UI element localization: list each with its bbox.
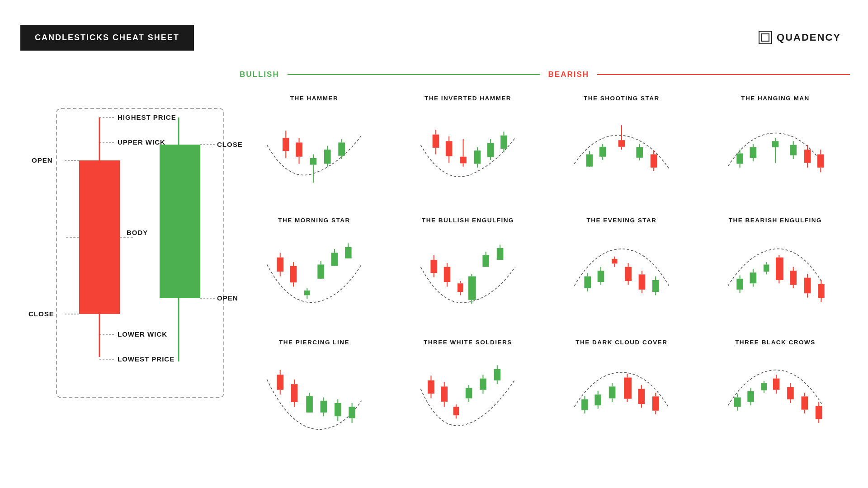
svg-rect-123 (482, 255, 489, 267)
bearish-label: BEARISH (548, 70, 590, 79)
svg-text:LOWER WICK: LOWER WICK (118, 330, 167, 338)
svg-rect-222 (734, 397, 741, 407)
svg-rect-162 (804, 278, 811, 293)
pattern-evening-star-svg (570, 229, 674, 324)
svg-rect-234 (787, 387, 794, 399)
svg-rect-45 (446, 141, 453, 156)
pattern-morning-star-svg (262, 229, 366, 324)
svg-text:LOWEST PRICE: LOWEST PRICE (118, 355, 175, 363)
svg-rect-135 (612, 259, 618, 263)
svg-rect-156 (776, 258, 783, 280)
svg-rect-102 (317, 264, 324, 278)
pattern-inverted-hammer-svg (416, 107, 520, 197)
bullish-label: BULLISH (240, 70, 279, 79)
svg-rect-227 (761, 383, 767, 390)
category-header: BULLISH BEARISH (240, 70, 850, 79)
svg-rect-60 (586, 155, 593, 167)
pattern-hanging-man-title: THE HANGING MAN (741, 95, 810, 102)
svg-rect-54 (487, 143, 494, 157)
pattern-three-black-crows-title: THREE BLACK CROWS (735, 339, 816, 346)
svg-rect-177 (321, 401, 327, 413)
svg-rect-191 (453, 407, 459, 415)
patterns-grid: THE HAMMER (240, 90, 850, 452)
svg-rect-90 (817, 155, 824, 168)
pattern-dark-cloud-cover: THE DARK CLOUD COVER (547, 334, 696, 452)
pattern-shooting-star-title: THE SHOOTING STAR (584, 95, 660, 102)
pattern-piercing-line-title: THE PIERCING LINE (279, 339, 349, 346)
pattern-morning-star: THE MORNING STAR (240, 212, 389, 330)
svg-rect-198 (480, 379, 486, 390)
logo-text: QUADENCY (777, 32, 841, 43)
svg-rect-2 (79, 160, 120, 314)
svg-text:HIGHEST PRICE: HIGHEST PRICE (118, 113, 176, 121)
svg-rect-150 (750, 272, 757, 283)
pattern-bearish-engulfing: THE BEARISH ENGULFING (701, 212, 850, 330)
svg-rect-201 (494, 369, 500, 380)
svg-rect-57 (500, 136, 507, 149)
candle-diagram-svg: HIGHEST PRICE UPPER WICK CLOSE OPEN BODY… (20, 90, 255, 416)
svg-rect-78 (750, 147, 757, 158)
pattern-bullish-engulfing: THE BULLISH ENGULFING (393, 212, 542, 330)
svg-text:CLOSE: CLOSE (28, 310, 54, 318)
pattern-evening-star: THE EVENING STAR (547, 212, 696, 330)
pattern-hanging-man: THE HANGING MAN (701, 90, 850, 208)
svg-rect-174 (306, 396, 313, 413)
pattern-three-white-soldiers: THREE WHITE SOLDIERS (393, 334, 542, 452)
title: CANDLESTICKS CHEAT SHEET (35, 33, 179, 42)
svg-rect-69 (636, 147, 643, 158)
svg-rect-237 (801, 396, 808, 409)
svg-rect-36 (324, 150, 331, 164)
pattern-hammer-svg (262, 107, 366, 197)
svg-rect-195 (466, 388, 472, 399)
pattern-bearish-engulfing-title: THE BEARISH ENGULFING (729, 217, 822, 224)
pattern-three-black-crows-svg (723, 351, 827, 446)
bearish-line (597, 74, 850, 75)
svg-rect-204 (581, 399, 588, 410)
svg-rect-219 (652, 396, 659, 410)
svg-rect-39 (338, 142, 345, 155)
svg-rect-84 (790, 145, 797, 155)
svg-rect-129 (584, 277, 591, 288)
svg-text:OPEN: OPEN (217, 294, 238, 302)
pattern-inverted-hammer-title: THE INVERTED HAMMER (425, 95, 511, 102)
svg-rect-240 (816, 406, 822, 419)
pattern-bullish-engulfing-svg (416, 229, 520, 324)
pattern-bullish-engulfing-title: THE BULLISH ENGULFING (422, 217, 514, 224)
svg-rect-216 (638, 389, 645, 404)
svg-rect-51 (474, 150, 481, 164)
svg-rect-132 (598, 271, 604, 282)
svg-rect-141 (639, 274, 646, 289)
svg-rect-93 (277, 258, 283, 272)
pattern-dark-cloud-cover-title: THE DARK CLOUD COVER (576, 339, 667, 346)
bullish-line (288, 74, 540, 75)
svg-rect-30 (296, 142, 302, 156)
pattern-shooting-star-svg (570, 107, 674, 197)
svg-rect-99 (304, 291, 310, 295)
pattern-piercing-line: THE PIERCING LINE (240, 334, 389, 452)
svg-rect-87 (804, 150, 811, 163)
svg-rect-147 (736, 279, 743, 290)
svg-rect-152 (764, 264, 769, 272)
svg-text:BODY: BODY (127, 229, 148, 236)
candle-diagram-area: HIGHEST PRICE UPPER WICK CLOSE OPEN BODY… (20, 90, 255, 434)
svg-rect-105 (331, 253, 338, 266)
svg-rect-138 (625, 267, 632, 281)
svg-rect-186 (428, 380, 434, 394)
header-badge: CANDLESTICKS CHEAT SHEET (20, 25, 194, 51)
svg-rect-114 (444, 267, 451, 282)
svg-rect-96 (290, 266, 297, 283)
pattern-hammer-title: THE HAMMER (290, 95, 339, 102)
svg-rect-189 (441, 386, 448, 401)
pattern-hanging-man-svg (723, 107, 827, 197)
svg-rect-48 (460, 157, 467, 164)
pattern-inverted-hammer: THE INVERTED HAMMER (393, 90, 542, 208)
svg-rect-144 (652, 280, 659, 292)
svg-text:UPPER WICK: UPPER WICK (118, 138, 165, 146)
pattern-morning-star-title: THE MORNING STAR (278, 217, 350, 224)
svg-text:CLOSE: CLOSE (217, 141, 243, 148)
logo-icon (759, 31, 772, 44)
svg-rect-81 (772, 141, 779, 147)
pattern-three-white-soldiers-title: THREE WHITE SOLDIERS (424, 339, 512, 346)
svg-rect-42 (433, 135, 439, 148)
svg-rect-126 (497, 248, 504, 260)
